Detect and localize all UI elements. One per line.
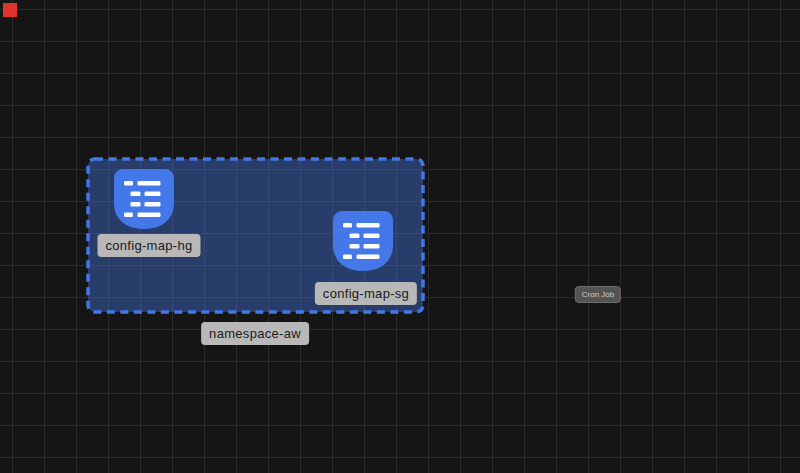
cronjob-drag-chip[interactable]: Cron Job xyxy=(575,286,621,303)
configmap-node[interactable] xyxy=(114,169,174,229)
configmap-icon xyxy=(333,211,393,271)
recording-indicator-icon xyxy=(3,3,17,17)
configmap-node-label: config-map-hg xyxy=(98,234,201,257)
configmap-node-label: config-map-sg xyxy=(315,282,417,305)
configmap-node[interactable] xyxy=(333,211,393,271)
design-canvas[interactable]: config-map-hg config-map-sg namespace-aw… xyxy=(0,0,800,473)
namespace-node-label: namespace-aw xyxy=(201,322,309,345)
configmap-icon xyxy=(114,169,174,229)
